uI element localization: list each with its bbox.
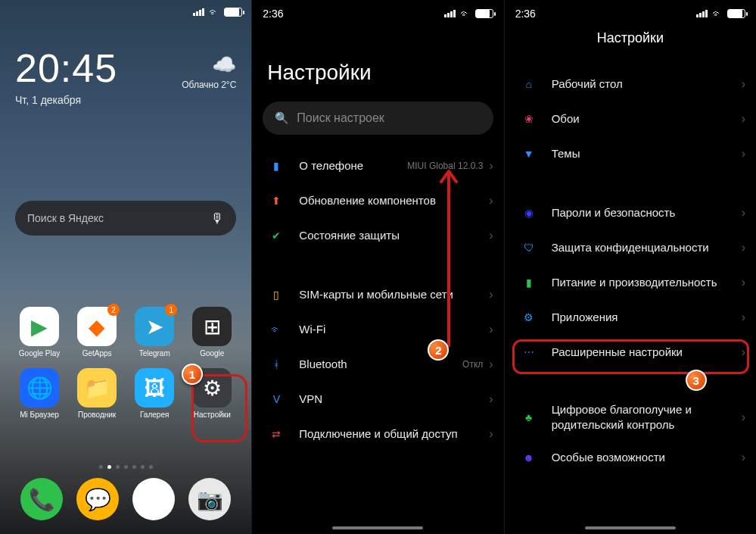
settings-row-security[interactable]: ✔Состояние защиты›	[252, 218, 503, 253]
gesture-bar[interactable]	[585, 526, 676, 529]
settings-row-update[interactable]: ⬆Обновление компонентов›	[252, 183, 503, 218]
passwords-icon: ◉	[520, 204, 538, 222]
settings-section: ◉Пароли и безопасность›🛡Защита конфиденц…	[505, 191, 756, 374]
messages-icon: 💬	[76, 478, 119, 520]
settings-row-wallpaper[interactable]: ❀Обои›	[505, 101, 756, 136]
row-label: Состояние защиты	[299, 228, 489, 243]
chevron-right-icon: ›	[489, 358, 493, 371]
app-label: Проводник	[78, 411, 116, 419]
app-settings-app[interactable]: ⚙Настройки	[186, 368, 238, 419]
weather-widget[interactable]: ☁️ Облачно 2°C	[182, 53, 236, 90]
chrome-icon: ◉	[132, 478, 175, 520]
settings-row-connection[interactable]: ⇄Подключение и общий доступ›	[252, 417, 503, 451]
page-indicator	[0, 465, 251, 469]
page-title: Настройки	[267, 61, 371, 85]
app-telegram[interactable]: ➤1Telegram	[129, 307, 180, 358]
battery-icon	[727, 9, 745, 18]
app-label: Google	[200, 349, 224, 358]
google-play-icon: ▶	[20, 307, 59, 346]
chevron-right-icon: ›	[489, 392, 493, 406]
row-label: Особые возможности	[552, 450, 742, 465]
row-value: MIUI Global 12.0.3	[407, 161, 483, 171]
getapps-icon: ◆2	[77, 307, 117, 346]
row-label: Защита конфиденциальности	[552, 240, 742, 255]
app-google-folder[interactable]: ⊞Google	[186, 307, 238, 358]
settings-row-wellbeing[interactable]: ♣Цифровое благополучие и родительский ко…	[505, 394, 756, 440]
settings-row-apps[interactable]: ⚙Приложения›	[505, 300, 756, 335]
settings-search[interactable]: 🔍 Поиск настроек	[263, 101, 493, 135]
settings-row-advanced[interactable]: ⋯Расширенные настройки›	[505, 335, 756, 370]
chevron-right-icon: ›	[742, 147, 745, 161]
privacy-icon: 🛡	[520, 239, 538, 257]
dock-phone[interactable]: 📞	[14, 478, 70, 520]
wellbeing-icon: ♣	[520, 408, 538, 426]
row-label: Обновление компонентов	[299, 193, 489, 208]
settings-row-privacy[interactable]: 🛡Защита конфиденциальности›	[505, 230, 756, 265]
row-label: О телефоне	[299, 158, 407, 173]
settings-row-wifi[interactable]: ᯤWi-Fi›	[252, 312, 503, 347]
search-placeholder: Поиск в Яндекс	[27, 212, 210, 224]
update-icon: ⬆	[267, 192, 285, 210]
row-label: Расширенные настройки	[552, 345, 742, 360]
mic-icon[interactable]: 🎙	[210, 211, 224, 226]
yandex-search-bar[interactable]: Поиск в Яндекс 🎙	[15, 201, 236, 236]
file-manager-icon: 📁	[77, 368, 117, 408]
row-label: Темы	[552, 146, 742, 161]
dock: 📞💬◉📷	[0, 478, 251, 520]
google-folder-icon: ⊞	[192, 307, 232, 346]
notification-badge: 2	[107, 304, 120, 316]
settings-scrolled: 2:36 ᯤ Настройки ⌂Рабочий стол›❀Обои›▼Те…	[504, 0, 756, 534]
themes-icon: ▼	[520, 145, 538, 163]
settings-search-placeholder: Поиск настроек	[297, 111, 384, 125]
settings-section: ⌂Рабочий стол›❀Обои›▼Темы›	[505, 62, 756, 176]
app-label: Галерея	[140, 411, 169, 419]
app-mi-browser[interactable]: 🌐Mi Браузер	[14, 368, 65, 419]
settings-section: ▮О телефонеMIUI Global 12.0.3›⬆Обновлени…	[252, 144, 503, 258]
settings-section: ♣Цифровое благополучие и родительский ко…	[505, 389, 756, 479]
app-gallery[interactable]: 🖼Галерея	[129, 368, 180, 419]
settings-row-home[interactable]: ⌂Рабочий стол›	[505, 67, 756, 101]
settings-row-sim[interactable]: ▯SIM-карты и мобильные сети›	[252, 277, 503, 312]
settings-row-accessibility[interactable]: ☻Особые возможности›	[505, 440, 756, 475]
settings-list[interactable]: ▮О телефонеMIUI Global 12.0.3›⬆Обновлени…	[252, 144, 503, 534]
mi-browser-icon: 🌐	[20, 368, 59, 408]
gesture-bar[interactable]	[332, 526, 423, 529]
status-time: 2:36	[263, 8, 283, 20]
row-label: Пароли и безопасность	[552, 205, 742, 220]
app-google-play[interactable]: ▶Google Play	[14, 307, 65, 358]
chevron-right-icon: ›	[742, 311, 745, 324]
settings-row-themes[interactable]: ▼Темы›	[505, 136, 756, 171]
vpn-icon: V	[267, 390, 285, 408]
app-getapps[interactable]: ◆2GetApps	[71, 307, 123, 358]
gallery-icon: 🖼	[135, 368, 174, 408]
chevron-right-icon: ›	[489, 194, 493, 208]
search-icon: 🔍	[275, 111, 289, 125]
clock-widget[interactable]: 20:45 Чт, 1 декабря	[15, 45, 117, 106]
dock-camera[interactable]: 📷	[182, 478, 238, 520]
settings-main: 2:36 ᯤ Настройки 🔍 Поиск настроек ▮О тел…	[251, 0, 503, 534]
row-label: SIM-карты и мобильные сети	[299, 287, 489, 302]
status-bar: ᯤ	[696, 8, 745, 20]
battery-icon	[475, 9, 493, 18]
dock-messages[interactable]: 💬	[70, 478, 126, 520]
phone-icon: 📞	[20, 478, 63, 520]
row-label: Подключение и общий доступ	[299, 426, 489, 442]
dock-chrome[interactable]: ◉	[126, 478, 182, 520]
settings-row-vpn[interactable]: VVPN›	[252, 382, 503, 417]
app-grid: ▶Google Play◆2GetApps➤1Telegram⊞Google🌐M…	[0, 307, 251, 419]
notification-badge: 1	[165, 304, 177, 316]
bluetooth-icon: ᚼ	[267, 355, 285, 373]
app-label: Telegram	[139, 349, 170, 358]
status-time: 2:36	[515, 8, 536, 20]
about-icon: ▮	[267, 157, 285, 175]
settings-row-battery[interactable]: ▮Питание и производительность›	[505, 265, 756, 300]
accessibility-icon: ☻	[520, 448, 538, 467]
weather-text: Облачно 2°C	[182, 80, 236, 90]
settings-list[interactable]: ⌂Рабочий стол›❀Обои›▼Темы›◉Пароли и безо…	[505, 62, 756, 534]
chevron-right-icon: ›	[742, 206, 745, 220]
wifi-icon: ᯤ	[460, 8, 471, 20]
settings-row-passwords[interactable]: ◉Пароли и безопасность›	[505, 195, 756, 230]
app-file-manager[interactable]: 📁Проводник	[71, 368, 123, 419]
settings-row-bluetooth[interactable]: ᚼBluetoothОткл›	[252, 347, 503, 382]
settings-row-about[interactable]: ▮О телефонеMIUI Global 12.0.3›	[252, 148, 503, 183]
